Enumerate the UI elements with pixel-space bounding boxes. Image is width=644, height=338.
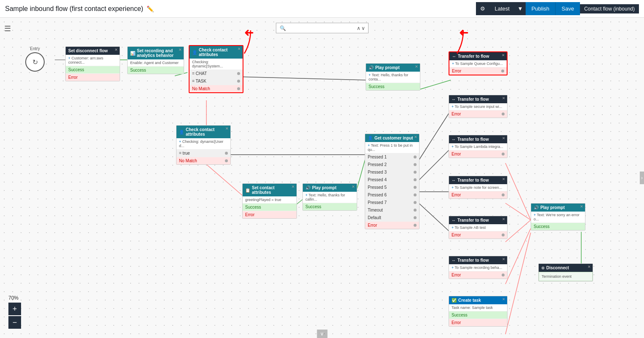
set-disconnect-content: + Customer: arn:aws connect... xyxy=(66,55,120,66)
check-contact-2-title: Check contact attributes xyxy=(186,127,228,137)
create-task-success: Success xyxy=(449,311,507,319)
transfer-4-close[interactable]: ✕ xyxy=(502,177,505,181)
set-contact-attrs-header: 📋 Set contact attributes ✕ xyxy=(243,184,297,196)
check-contact-1-nomatch: No Match xyxy=(190,85,243,92)
set-disconnect-success: Success xyxy=(66,66,120,73)
version-dropdown-button[interactable]: ▼ xyxy=(515,2,525,15)
play-prompt-3-close[interactable]: ✕ xyxy=(580,204,583,209)
disconnect-close[interactable]: ✕ xyxy=(588,265,591,269)
transfer-2-error: Error xyxy=(449,110,507,118)
zoom-out-button[interactable]: − xyxy=(8,316,21,329)
disconnect-title: Disconnect xyxy=(546,266,569,270)
transfer-6-title: Transfer to flow xyxy=(457,258,489,263)
edit-icon[interactable]: ✏️ xyxy=(147,5,154,12)
set-contact-attrs-content: greetingPlayed = true xyxy=(243,196,297,203)
create-task-header: ✅ Create task ✕ xyxy=(449,296,507,304)
search-prev-button[interactable]: ∧ xyxy=(357,25,361,31)
svg-line-13 xyxy=(417,201,451,233)
set-contact-attrs-node[interactable]: 📋 Set contact attributes ✕ greetingPlaye… xyxy=(242,183,297,219)
search-arrows: ∧ ∨ xyxy=(357,25,365,31)
set-disconnect-close[interactable]: ✕ xyxy=(115,48,118,52)
play-prompt-1-title: Play prompt xyxy=(375,65,400,70)
transfer-3-error: Error xyxy=(449,150,507,158)
transfer-1-close[interactable]: ✕ xyxy=(502,53,505,57)
search-bar: 🔍 ∧ ∨ xyxy=(276,23,369,33)
check-contact-2-true: = true xyxy=(176,149,230,157)
get-customer-input-header: 👤 Get customer input ✕ xyxy=(365,134,419,142)
set-recording-node[interactable]: 📊 Set recording and analytics behavior ✕… xyxy=(127,46,184,74)
play-prompt-3-node[interactable]: 🔊 Play prompt ✕ + Text: We're sorry an e… xyxy=(531,203,585,231)
set-disconnect-header: Set disconnect flow ✕ xyxy=(66,47,120,55)
set-recording-close[interactable]: ✕ xyxy=(179,48,182,52)
play-prompt-1-close[interactable]: ✕ xyxy=(415,64,418,69)
transfer-2-header: ↔ Transfer to flow ✕ xyxy=(449,95,507,103)
play-prompt-1-node[interactable]: 🔊 Play prompt ✕ + Text: Hello, thanks fo… xyxy=(366,63,420,91)
play-prompt-2-close[interactable]: ✕ xyxy=(352,185,355,189)
play-prompt-2-content: + Text: Hello, thanks for callin... xyxy=(303,192,357,203)
header-right: ⚙ Latest ▼ Publish Save Contact flow (in… xyxy=(476,2,639,15)
transfer-6-close[interactable]: ✕ xyxy=(502,257,505,261)
svg-line-19 xyxy=(505,233,531,334)
version-select[interactable]: Latest xyxy=(489,2,515,15)
svg-line-18 xyxy=(505,228,531,284)
play-prompt-1-content: + Text: Hello, thanks for conta... xyxy=(366,72,420,83)
transfer-3-close[interactable]: ✕ xyxy=(502,136,505,140)
transfer-2-content: + To Sample secure input wi... xyxy=(449,103,507,110)
transfer-6-node[interactable]: ↔ Transfer to flow ✕ + To Sample recordi… xyxy=(449,256,508,279)
get-input-error: Error xyxy=(365,221,419,229)
pressed-5: Pressed 5 xyxy=(365,183,419,191)
set-recording-title: Set recording and analytics behavior xyxy=(137,48,181,58)
play-prompt-2-title: Play prompt xyxy=(312,185,337,190)
create-task-close[interactable]: ✕ xyxy=(502,297,505,301)
get-customer-input-close[interactable]: ✕ xyxy=(414,135,417,139)
disconnect-content: Termination event xyxy=(539,272,593,281)
search-icon: 🔍 xyxy=(280,25,286,31)
publish-button[interactable]: Publish xyxy=(526,2,556,15)
entry-label: Entry xyxy=(25,46,45,51)
create-task-title: Create task xyxy=(458,298,481,303)
transfer-4-node[interactable]: ↔ Transfer to flow ✕ + To Sample note fo… xyxy=(449,176,508,199)
create-task-error: Error xyxy=(449,319,507,326)
transfer-2-close[interactable]: ✕ xyxy=(502,96,505,100)
contact-flow-badge: Contact flow (inbound) xyxy=(580,4,639,13)
set-disconnect-title: Set disconnect flow xyxy=(68,48,108,53)
pressed-4: Pressed 4 xyxy=(365,176,419,183)
set-contact-attrs-error: Error xyxy=(243,211,297,218)
svg-line-15 xyxy=(505,203,531,220)
get-customer-input-title: Get customer input xyxy=(374,136,413,140)
check-contact-1-header: 👤 Check contact attributes ✕ xyxy=(190,46,243,59)
transfer-3-node[interactable]: ↔ Transfer to flow ✕ + To Sample Lambda … xyxy=(449,135,508,158)
entry-circle: ↻ xyxy=(25,52,45,72)
svg-line-5 xyxy=(417,80,451,90)
get-customer-input-node[interactable]: 👤 Get customer input ✕ + Text: Press 1 t… xyxy=(365,134,420,229)
settings-button[interactable]: ⚙ xyxy=(476,2,489,15)
play-prompt-2-header: 🔊 Play prompt ✕ xyxy=(303,184,357,192)
save-button[interactable]: Save xyxy=(555,2,580,15)
zoom-in-button[interactable]: + xyxy=(8,303,21,315)
scroll-bottom-indicator[interactable]: ∨ xyxy=(317,330,327,338)
play-prompt-2-node[interactable]: 🔊 Play prompt ✕ + Text: Hello, thanks fo… xyxy=(302,183,357,211)
transfer-5-header: ↔ Transfer to flow ✕ xyxy=(449,216,507,224)
transfer-5-close[interactable]: ✕ xyxy=(502,217,505,221)
header-left: Sample inbound flow (first contact exper… xyxy=(5,5,154,13)
transfer-6-error: Error xyxy=(449,271,507,279)
menu-icon[interactable]: ☰ xyxy=(4,24,11,33)
check-contact-2-node[interactable]: 👤 Check contact attributes ✕ + Checking:… xyxy=(176,125,231,165)
transfer-2-node[interactable]: ↔ Transfer to flow ✕ + To Sample secure … xyxy=(449,95,508,118)
search-next-button[interactable]: ∨ xyxy=(361,25,365,31)
check-contact-1-close[interactable]: ✕ xyxy=(238,47,241,51)
search-input[interactable] xyxy=(288,25,355,31)
disconnect-node[interactable]: ⊗ Disconnect ✕ Termination event xyxy=(538,263,593,282)
check-contact-2-close[interactable]: ✕ xyxy=(225,126,229,131)
flow-canvas[interactable]: ☰ 🔍 ∧ ∨ ➜ ➜ Entry ↻ Set disconnect flow … xyxy=(0,18,644,338)
scroll-right-indicator[interactable]: › xyxy=(640,172,644,184)
svg-line-3 xyxy=(237,77,366,80)
transfer-5-node[interactable]: ↔ Transfer to flow ✕ + To Sample AB test… xyxy=(449,216,508,239)
transfer-5-content: + To Sample AB test xyxy=(449,224,507,231)
set-recording-success: Success xyxy=(128,66,184,74)
set-contact-attrs-close[interactable]: ✕ xyxy=(291,185,295,189)
check-contact-1-node[interactable]: 👤 Check contact attributes ✕ Checking: d… xyxy=(189,45,243,93)
create-task-node[interactable]: ✅ Create task ✕ Task name: Sample task S… xyxy=(449,296,508,327)
play-prompt-3-title: Play prompt xyxy=(540,205,565,210)
set-disconnect-node[interactable]: Set disconnect flow ✕ + Customer: arn:aw… xyxy=(65,46,120,81)
